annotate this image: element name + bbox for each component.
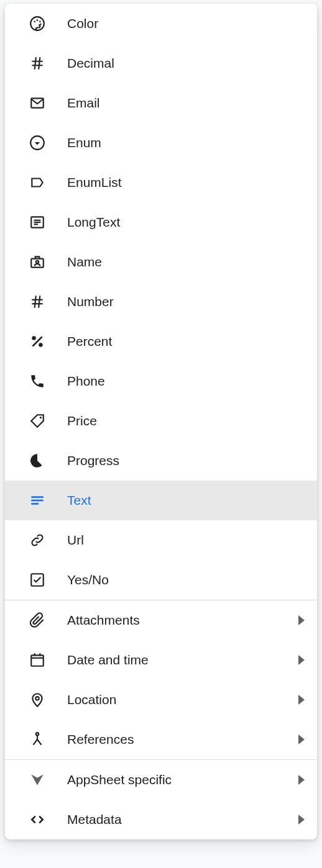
menu-item-name[interactable]: Name [5,242,317,282]
menu-item-enumlist[interactable]: EnumList [5,163,317,202]
chevron-right-icon [298,815,305,825]
menu-item-label: Location [67,692,116,707]
calendar-icon [29,651,46,669]
menu-item-label: Text [67,493,91,508]
phone-icon [29,373,46,390]
menu-item-label: Url [67,533,84,548]
chevron-right-icon [298,615,305,625]
palette-icon [29,15,46,32]
menu-item-label: Enum [67,135,101,150]
mail-icon [29,94,46,112]
menu-item-label: Metadata [67,812,122,827]
menu-item-email[interactable]: Email [5,83,317,123]
svg-line-20 [39,296,40,308]
menu-group-datetime[interactable]: Date and time [5,640,317,680]
svg-point-0 [30,17,44,30]
menu-item-percent[interactable]: Percent [5,322,317,361]
svg-point-1 [34,20,35,22]
menu-item-label: Number [67,294,114,309]
svg-point-3 [39,20,41,22]
menu-item-longtext[interactable]: LongText [5,202,317,242]
svg-point-2 [37,19,39,21]
hash-icon [29,293,46,310]
menu-item-label: EnumList [67,175,122,190]
svg-point-23 [39,343,42,347]
pie-icon [29,452,46,469]
type-dropdown-menu: Color Decimal Email Enum EnumList LongTe… [5,4,317,839]
menu-group-references[interactable]: References [5,720,317,759]
badge-icon [29,253,46,271]
menu-item-label: Decimal [67,56,114,71]
svg-line-7 [35,57,36,70]
menu-group-appsheet[interactable]: AppSheet specific [5,760,317,800]
attachment-icon [29,612,46,629]
menu-item-label: Progress [67,453,119,468]
svg-point-33 [35,697,39,700]
menu-item-label: Name [67,255,102,269]
menu-item-label: Email [67,96,100,111]
menu-item-label: Date and time [67,653,149,667]
circle-down-icon [29,134,46,151]
menu-item-label: Yes/No [67,572,109,587]
pricetag-icon [29,412,46,430]
menu-item-phone[interactable]: Phone [5,361,317,401]
hash-icon [29,55,46,72]
chevron-right-icon [298,775,305,785]
svg-line-19 [35,296,36,308]
menu-item-url[interactable]: Url [5,520,317,560]
checkbox-icon [29,571,46,589]
percent-icon [29,333,46,350]
label-icon [29,174,46,191]
svg-point-16 [36,261,39,263]
svg-rect-29 [31,655,44,666]
menu-item-color[interactable]: Color [5,4,317,43]
menu-group-location[interactable]: Location [5,680,317,720]
menu-item-label: Price [67,414,97,428]
menu-item-price[interactable]: Price [5,401,317,441]
link-icon [29,531,46,549]
textbox-icon [29,214,46,231]
chevron-right-icon [298,695,305,705]
menu-item-label: LongText [67,215,120,230]
svg-point-24 [40,417,42,418]
menu-group-attachments[interactable]: Attachments [5,600,317,640]
appsheet-icon [29,771,46,789]
pin-icon [29,691,46,708]
menu-item-yesno[interactable]: Yes/No [5,560,317,600]
menu-item-label: References [67,732,134,747]
svg-line-8 [39,57,40,70]
menu-item-label: AppSheet specific [67,772,172,787]
menu-item-label: Phone [67,374,105,389]
chevron-right-icon [298,735,305,744]
svg-point-34 [36,733,39,735]
menu-item-enum[interactable]: Enum [5,123,317,163]
menu-item-text[interactable]: Text [5,481,317,520]
menu-item-decimal[interactable]: Decimal [5,43,317,83]
code-icon [29,811,46,828]
menu-item-number[interactable]: Number [5,282,317,322]
merge-icon [29,731,46,748]
svg-point-22 [32,336,36,340]
menu-item-label: Percent [67,334,112,349]
menu-group-metadata[interactable]: Metadata [5,800,317,839]
menu-item-progress[interactable]: Progress [5,441,317,481]
menu-item-label: Color [67,16,98,31]
chevron-right-icon [298,655,305,665]
notes-icon [29,492,46,509]
menu-item-label: Attachments [67,613,140,628]
